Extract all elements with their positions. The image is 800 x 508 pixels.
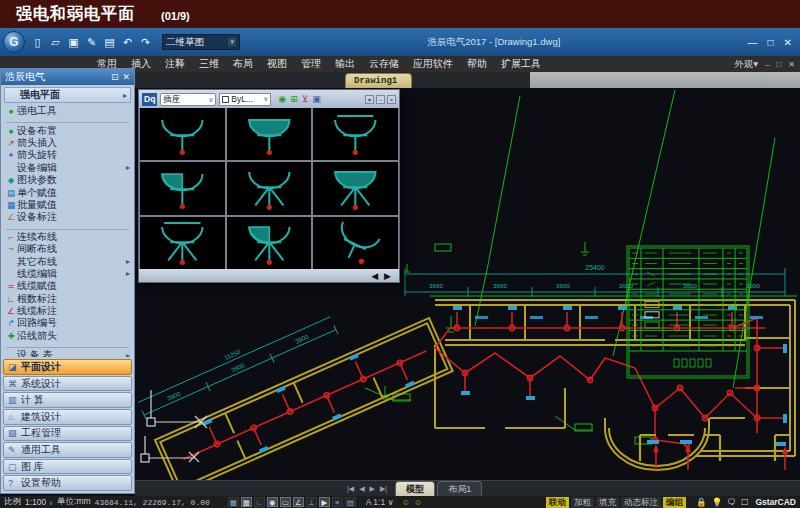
palette-close-button[interactable]: ×	[387, 95, 396, 104]
sidebar-item[interactable]: ▦ 批量赋值 ▸	[2, 199, 133, 211]
palette-cell-socket-hatched[interactable]	[227, 108, 312, 160]
otrack-icon[interactable]: ∠	[293, 497, 304, 507]
message-icon[interactable]: 🗨	[727, 497, 736, 507]
status-text-toggle[interactable]: 加粗	[571, 497, 594, 508]
ribbon-tab[interactable]: 云存储	[362, 56, 406, 72]
annotation-visibility-icon[interactable]: ☺	[402, 498, 410, 507]
close-button[interactable]: ✕	[784, 37, 792, 48]
ribbon-tab[interactable]: 应用软件	[406, 56, 460, 72]
print-icon[interactable]: ▤	[103, 36, 116, 49]
layout-tab[interactable]: 模型	[395, 481, 435, 496]
ribbon-tab[interactable]: 三维	[192, 56, 226, 72]
save-icon[interactable]: ▣	[67, 36, 80, 49]
ribbon-tab[interactable]: 视图	[260, 56, 294, 72]
minimize-button[interactable]: —	[748, 37, 758, 48]
status-text-toggle[interactable]: 动态标注	[621, 497, 661, 508]
sidebar-category-button[interactable]: ◪ 平面设计	[3, 359, 132, 375]
sidebar-category-button[interactable]: ▢ 图 库	[3, 459, 132, 475]
dyn-icon[interactable]: ▶	[319, 497, 330, 507]
palette-cell-socket-half-hatched[interactable]	[140, 162, 225, 214]
scale-value-dropdown[interactable]: 1:100 ∨	[25, 497, 53, 507]
sidebar-item[interactable]: ∠ 设备标注 ▸	[2, 211, 133, 223]
panel-close-icon[interactable]: ✕	[122, 72, 130, 82]
maximize-button[interactable]: □	[768, 37, 774, 48]
palette-pin-button[interactable]: ▾	[365, 95, 374, 104]
save-as-icon[interactable]: ✎	[85, 36, 98, 49]
workspace-dropdown[interactable]: 二维草图 ▾	[162, 34, 240, 50]
sidebar-item[interactable]: ↗ 箭头插入 ▸	[2, 137, 133, 149]
sidebar-item[interactable]: 其它布线 ▸	[2, 255, 133, 267]
palette-cell-socket-capped-three-wire[interactable]	[140, 217, 225, 269]
ortho-icon[interactable]: ∟	[254, 497, 265, 507]
block-palette-titlebar[interactable]: Dq 插座 ∨ ByL... ∨ ◉⊞⊻▣ ▾ – ×	[139, 90, 399, 108]
sidebar-item[interactable]: ↱ 回路编号 ▸	[2, 317, 133, 329]
palette-scrollbar[interactable]: ◀ ▶	[139, 269, 399, 282]
appearance-dropdown[interactable]: 外观▾	[734, 58, 758, 71]
palette-cell-socket-half-hatched-three-wire[interactable]	[227, 217, 312, 269]
palette-cell-socket-angled[interactable]	[313, 217, 398, 269]
sidebar-item[interactable]: ∟ 根数标注 ▸	[2, 292, 133, 304]
sidebar-item[interactable]: ● 强电工具 ▸	[2, 105, 133, 117]
sidebar-item[interactable]: ◆ 图块参数 ▸	[2, 174, 133, 186]
redo-icon[interactable]: ↷	[139, 36, 152, 49]
palette-cell-socket-hatched-three-wire[interactable]	[313, 162, 398, 214]
ribbon-tab[interactable]: 注释	[158, 56, 192, 72]
ribbon-tab[interactable]: 布局	[226, 56, 260, 72]
doc-minimize-button[interactable]: –	[765, 60, 769, 69]
sidebar-item[interactable]: 线缆编辑 ▸	[2, 268, 133, 280]
apply-icon[interactable]: ◉	[278, 94, 286, 104]
snap-icon[interactable]: ▦	[228, 497, 239, 507]
bulb-icon[interactable]: 💡	[712, 497, 723, 507]
layout-nav-arrow[interactable]: ◀	[359, 485, 364, 493]
lock-icon[interactable]: 🔒	[696, 497, 707, 507]
open-file-icon[interactable]: ▱	[49, 36, 62, 49]
sidebar-category-button[interactable]: ✎ 通用工具	[3, 442, 132, 458]
sidebar-item[interactable]: 设备编辑 ▸	[2, 162, 133, 174]
status-text-toggle[interactable]: 编组	[663, 497, 686, 508]
sidebar-category-button[interactable]: ? 设置帮助	[3, 475, 132, 491]
layer-dropdown[interactable]: ByL... ∨	[219, 93, 271, 106]
sidebar-item[interactable]: ≍ 线缆赋值 ▸	[2, 280, 133, 292]
sidebar-category-button[interactable]: ⌂ 建筑设计	[3, 409, 132, 425]
palette-cell-socket-three-wire[interactable]	[227, 162, 312, 214]
doc-close-button[interactable]: ✕	[788, 60, 795, 69]
grid-icon[interactable]: ▦	[241, 497, 252, 507]
layout-nav-arrow[interactable]: ▶|	[380, 485, 387, 493]
palette-next-button[interactable]: ▶	[384, 271, 391, 281]
polar-icon[interactable]: ◉	[267, 497, 278, 507]
panel-pin-icon[interactable]: ⊡	[111, 72, 119, 82]
sidebar-item[interactable]: ✚ 沿线箭头 ▸	[2, 330, 133, 342]
sidebar-category-button[interactable]: ▥ 计 算	[3, 392, 132, 408]
block-category-dropdown[interactable]: 插座 ∨	[160, 93, 216, 106]
ribbon-tab[interactable]: 帮助	[460, 56, 494, 72]
sidebar-item[interactable]: ¬ 间断布线 ▸	[2, 243, 133, 255]
quickprop-icon[interactable]: ▤	[345, 497, 356, 507]
ducs-icon[interactable]: ⊥	[306, 497, 317, 507]
sidebar-item[interactable]: ▤ 单个赋值 ▸	[2, 186, 133, 198]
status-text-toggle[interactable]: 填充	[596, 497, 619, 508]
sidebar-category-button[interactable]: ▧ 工程管理	[3, 426, 132, 442]
annotation-scale-dropdown[interactable]: A 1:1 ∨	[366, 497, 394, 507]
layout-nav-arrow[interactable]: ▶	[370, 485, 375, 493]
doc-restore-button[interactable]: □	[776, 60, 781, 69]
document-tab[interactable]: Drawing1	[345, 73, 412, 88]
sidebar-item[interactable]: ∠ 线缆标注 ▸	[2, 305, 133, 317]
lineweight-icon[interactable]: ≡	[332, 497, 343, 507]
layout-nav-arrow[interactable]: |◀	[347, 485, 354, 493]
palette-minimize-button[interactable]: –	[376, 95, 385, 104]
osnap-icon[interactable]: ▭	[280, 497, 291, 507]
new-file-icon[interactable]: ▯	[31, 36, 44, 49]
app-logo-icon[interactable]: G	[3, 31, 25, 53]
sidebar-item[interactable]: ✦ 箭头旋转 ▸	[2, 149, 133, 161]
sidebar-item[interactable]: 强电平面 ▸	[4, 87, 131, 103]
undo-icon[interactable]: ↶	[121, 36, 134, 49]
fullscreen-icon[interactable]: ☐	[741, 497, 749, 507]
grid-view-icon[interactable]: ⊞	[290, 94, 298, 104]
ribbon-tab[interactable]: 输出	[328, 56, 362, 72]
sidebar-item[interactable]: ● 设备布置 ▸	[2, 124, 133, 136]
sidebar-category-button[interactable]: ⌘ 系统设计	[3, 376, 132, 392]
status-text-toggle[interactable]: 联动	[546, 497, 569, 508]
ribbon-tab[interactable]: 扩展工具	[494, 56, 548, 72]
palette-prev-button[interactable]: ◀	[371, 271, 378, 281]
palette-cell-socket-plain[interactable]	[140, 108, 225, 160]
